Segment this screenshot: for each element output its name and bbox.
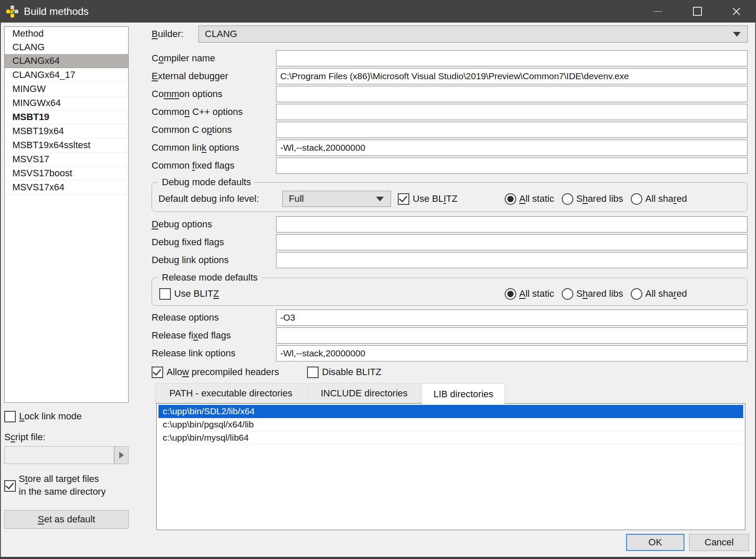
form-row: Debug options [152,216,747,232]
radio-label: All shared [645,288,687,299]
close-button[interactable] [717,0,756,23]
script-file-input[interactable] [4,446,114,464]
method-list-item[interactable]: MSBT19x64ssltest [5,138,128,152]
form-text-input[interactable] [276,158,747,174]
form-row-label: Common options [152,86,276,102]
tab[interactable]: PATH - executable directories [155,383,307,403]
form-text-input[interactable]: -Wl,--stack,20000000 [276,345,747,361]
maximize-icon [693,7,702,16]
link-mode-radio[interactable]: All shared [631,288,687,300]
checkbox-label: Use BLITZ [413,193,457,204]
form-text-input[interactable] [276,122,747,138]
checkbox-icon [159,288,171,300]
builder-value: CLANG [205,29,237,40]
debug-group-legend: Debug mode defaults [158,176,254,189]
tab[interactable]: LIB directories [422,383,505,404]
ok-button[interactable]: OK [626,534,684,551]
build-methods-dialog: Build methods Method CLANGCLANGx64CLANGx… [0,0,756,559]
store-target-files-label-line2: in the same directory [19,485,106,498]
caption-buttons [638,0,756,23]
method-list-item[interactable]: MINGW [5,82,128,96]
checkbox-icon [152,367,163,378]
right-arrow-icon [119,452,124,459]
form-text-input[interactable] [276,216,747,232]
release-link-mode-radios: All static Shared libs All shared [505,286,695,302]
window-title: Build methods [24,6,89,17]
lib-directory-item[interactable]: c:\upp\bin/SDL2/lib/x64 [158,405,743,418]
window-border-left [0,23,1,559]
disable-blitz-checkbox[interactable]: Disable BLITZ [307,364,381,380]
form-text-input[interactable] [276,104,747,120]
link-mode-radio[interactable]: Shared libs [562,193,623,205]
method-list-item[interactable]: MSVS17 [5,152,128,166]
link-mode-radio[interactable]: All static [505,288,554,300]
method-list-item[interactable]: CLANG [5,40,128,54]
common-options-form: Compiler name External debugger C:\Progr… [152,50,747,175]
builder-label: Builder: [152,26,184,43]
method-list-item[interactable]: MSBT19 [5,110,128,124]
store-target-files-checkbox[interactable] [4,480,16,492]
close-icon [731,6,742,17]
radio-icon [562,193,573,205]
window-border-bottom [0,557,756,559]
script-file-browse-button[interactable] [114,446,129,464]
cancel-button[interactable]: Cancel [689,534,749,551]
checkbox-icon [4,480,16,492]
checkbox-icon [398,193,409,205]
form-text-input[interactable] [276,50,747,66]
directories-tabs: PATH - executable directoriesINCLUDE dir… [155,383,505,404]
link-mode-radio[interactable]: Shared libs [562,288,623,300]
method-list-item[interactable]: MSBT19x64 [5,124,128,138]
method-list-header: Method [5,27,128,40]
lib-directory-item[interactable]: c:\upp\bin/pgsql/x64/lib [158,418,743,431]
method-list-item[interactable]: MSVS17boost [5,166,128,181]
form-text-input[interactable]: -Wl,--stack,20000000 [276,140,747,156]
checkbox-label: Disable BLITZ [322,367,381,378]
allow-precompiled-headers-checkbox[interactable]: Allow precompiled headers [152,364,279,380]
lock-link-mode-checkbox[interactable]: Lock link mode [4,410,82,423]
form-row-label: Release options [152,310,276,326]
minimize-button[interactable] [638,0,678,23]
theide-app-icon [6,5,19,18]
form-row: Release fixed flags [152,327,747,344]
lib-directory-item[interactable]: c:\upp\bin/mysql/lib64 [158,431,743,444]
debug-options-form: Debug options Debug fixed flags Debug li… [152,216,747,270]
form-text-input[interactable] [276,234,747,250]
method-list-item[interactable]: MINGWx64 [5,96,128,110]
lib-directories-pane: c:\upp\bin/SDL2/lib/x64c:\upp\bin/pgsql/… [156,403,745,530]
form-text-input[interactable]: -O3 [276,310,747,326]
release-options-form: Release options -O3 Release fixed flags … [152,310,747,363]
link-mode-radio[interactable]: All shared [631,193,687,205]
radio-label: All static [519,288,554,299]
debug-use-blitz-checkbox[interactable]: Use BLITZ [398,191,457,207]
store-target-files-label-line1: Store all target files [19,473,99,485]
form-row: Common fixed flags [152,158,747,174]
link-mode-radio[interactable]: All static [505,193,554,205]
form-text-input[interactable] [276,86,747,102]
maximize-button[interactable] [678,0,717,23]
method-list-item[interactable]: MSVS17x64 [5,181,128,195]
debug-info-level-value: Full [289,193,304,204]
set-as-default-button[interactable]: Set as default [4,510,129,529]
builder-dropdown[interactable]: CLANG [198,26,748,43]
form-row: Compiler name [152,50,747,66]
radio-icon [505,288,516,300]
form-row: Release options -O3 [152,310,747,326]
debug-info-level-label: Default debug info level: [158,191,259,207]
form-text-input[interactable]: C:\Program Files (x86)\Microsoft Visual … [276,68,747,84]
method-list-item[interactable]: CLANGx64 [5,54,128,68]
form-row-label: Debug options [152,216,276,232]
method-list-items: CLANGCLANGx64CLANGx64_17MINGWMINGWx64MSB… [5,40,128,195]
form-row: Debug fixed flags [152,234,747,250]
debug-link-mode-radios: All static Shared libs All shared [505,191,695,207]
debug-info-level-dropdown[interactable]: Full [282,191,391,207]
form-row: External debugger C:\Program Files (x86)… [152,68,747,84]
release-group-legend: Release mode defaults [158,271,261,284]
release-use-blitz-checkbox[interactable]: Use BLITZ [159,286,219,302]
form-row-label: Common fixed flags [152,158,276,174]
form-text-input[interactable] [276,327,747,344]
radio-label: All shared [645,193,687,204]
tab[interactable]: INCLUDE directories [308,383,420,403]
method-list-item[interactable]: CLANGx64_17 [5,68,128,82]
form-text-input[interactable] [276,252,747,268]
